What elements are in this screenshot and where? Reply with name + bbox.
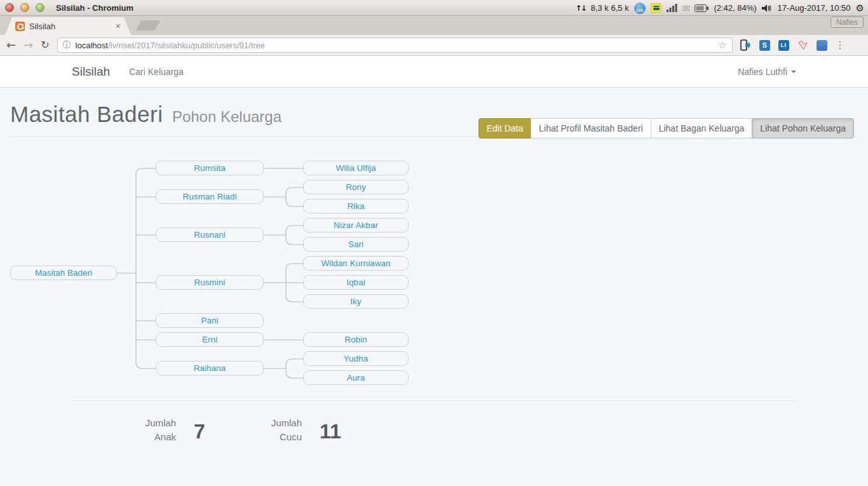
- os-titlebar: Silsilah - Chromium ↑↓ 8,3 k 6,5 k 289 ✉…: [0, 0, 868, 16]
- lihat-pohon-button[interactable]: Lihat Pohon Keluarga: [752, 118, 854, 138]
- window-maximize-button[interactable]: [36, 3, 44, 12]
- tree-node[interactable]: Rony: [303, 180, 409, 194]
- extension-icons: S LI ⋮: [740, 39, 845, 51]
- window-close-button[interactable]: [5, 3, 14, 12]
- forward-button[interactable]: →: [24, 39, 33, 51]
- url-host: localhost: [76, 41, 108, 50]
- edit-data-button[interactable]: Edit Data: [478, 118, 532, 138]
- chevron-down-icon: [791, 71, 796, 73]
- navbar-link-cari-keluarga[interactable]: Cari Keluarga: [129, 67, 184, 77]
- battery-icon[interactable]: [695, 4, 709, 12]
- browser-tab[interactable]: Silsilah ×: [5, 17, 131, 35]
- tree-node[interactable]: Raihana: [156, 361, 264, 375]
- action-button-group: Edit Data Lihat Profil Masitah Baderi Li…: [478, 118, 854, 138]
- clock-text[interactable]: 17-Aug-2017, 10:50: [778, 3, 851, 13]
- system-tray: ↑↓ 8,3 k 6,5 k 289 ✉ (2:42, 84%) 17-Aug-: [576, 0, 864, 16]
- browser-menu-icon[interactable]: ⋮: [836, 39, 845, 51]
- jumlah-anak-label: JumlahAnak: [72, 416, 176, 444]
- volume-icon[interactable]: [762, 4, 773, 13]
- tree-node[interactable]: Nizar Akbar: [303, 218, 409, 233]
- network-rate-text: 8,3 k 6,5 k: [591, 3, 629, 13]
- url-text[interactable]: localhost/lv/riset/2017/silsilahku/publi…: [76, 41, 714, 50]
- stats-row: JumlahAnak 7 JumlahCucu 11: [72, 416, 796, 461]
- blue-extension-icon[interactable]: [817, 40, 827, 51]
- network-traffic-icon[interactable]: ↑↓: [576, 4, 586, 13]
- tree-node[interactable]: Rusmini: [156, 275, 264, 290]
- tree-node[interactable]: Rusnani: [156, 227, 264, 242]
- lihat-bagan-button[interactable]: Lihat Bagan Keluarga: [651, 118, 753, 138]
- navbar-brand[interactable]: Silsilah: [72, 65, 110, 79]
- lihat-profil-button[interactable]: Lihat Profil Masitah Baderi: [531, 118, 651, 138]
- tree-node[interactable]: Pani: [156, 313, 264, 328]
- tree-node[interactable]: Aura: [303, 370, 409, 385]
- tree-node[interactable]: Sari: [303, 237, 409, 252]
- page-info-icon[interactable]: ⓘ: [63, 39, 71, 51]
- reload-button[interactable]: ↻: [41, 40, 49, 50]
- signal-strength-icon[interactable]: [667, 4, 677, 12]
- tree-node[interactable]: Wilia Ulfija: [303, 161, 409, 175]
- vysor-phone-extension-icon[interactable]: [740, 39, 751, 51]
- window-minimize-button[interactable]: [20, 3, 29, 12]
- family-tree: Masitah BaderiRumsitaWilia UlfijaRusman …: [0, 158, 868, 394]
- keyboard-indicator-chip: Nafies: [831, 17, 864, 28]
- tree-node[interactable]: Yudha: [303, 351, 409, 366]
- page-title: Masitah Baderi: [10, 102, 163, 126]
- s-extension-icon[interactable]: S: [759, 40, 770, 51]
- window-controls: [5, 3, 44, 12]
- tab-title: Silsilah: [29, 22, 111, 31]
- page-content: Masitah Baderi Pohon Keluarga Edit Data …: [0, 102, 868, 486]
- app-navbar: Silsilah Cari Keluarga Nafies Luthfi: [0, 56, 868, 88]
- url-path: /lv/riset/2017/silsilahku/public/users/9…: [108, 41, 265, 50]
- bookmark-star-icon[interactable]: ☆: [718, 39, 726, 51]
- tree-node[interactable]: Masitah Baderi: [10, 266, 117, 280]
- tree-node[interactable]: Iky: [303, 294, 409, 309]
- settings-gear-icon[interactable]: ⚙: [856, 3, 864, 14]
- browser-toolbar: ← → ↻ ⓘ localhost/lv/riset/2017/silsilah…: [0, 35, 868, 56]
- jumlah-cucu-label: JumlahCucu: [198, 416, 302, 444]
- back-button[interactable]: ←: [6, 39, 16, 51]
- tab-close-icon[interactable]: ×: [116, 22, 121, 30]
- li-extension-icon[interactable]: LI: [778, 40, 789, 51]
- new-tab-button[interactable]: [136, 20, 161, 30]
- divider: [72, 400, 796, 401]
- tree-node[interactable]: Robin: [303, 332, 409, 347]
- user-name: Nafies Luthfi: [738, 67, 787, 77]
- jumlah-cucu-value: 11: [320, 420, 341, 443]
- window-title: Silsilah - Chromium: [56, 3, 133, 13]
- notes-indicator-icon[interactable]: [651, 3, 661, 13]
- browser-tabstrip: Silsilah ×: [0, 16, 868, 35]
- mail-icon[interactable]: ✉: [682, 3, 690, 13]
- page-subtitle: Pohon Keluarga: [172, 108, 281, 125]
- screen: Silsilah - Chromium ↑↓ 8,3 k 6,5 k 289 ✉…: [0, 0, 868, 486]
- tree-node[interactable]: Iqbal: [303, 275, 409, 290]
- user-dropdown[interactable]: Nafies Luthfi: [738, 67, 796, 77]
- battery-status-text[interactable]: (2:42, 84%): [714, 3, 756, 13]
- tree-node[interactable]: Erni: [156, 332, 264, 347]
- laravel-extension-icon[interactable]: [797, 40, 808, 50]
- xampp-favicon-icon: [15, 22, 25, 31]
- tree-node[interactable]: Rusman Riadi: [156, 189, 264, 204]
- tree-node[interactable]: Rika: [303, 199, 409, 213]
- app-indicator-badge[interactable]: 289: [634, 3, 646, 14]
- tree-node[interactable]: Rumsita: [156, 161, 264, 175]
- tree-node[interactable]: Wildan Kurniawan: [303, 256, 409, 271]
- address-bar[interactable]: ⓘ localhost/lv/riset/2017/silsilahku/pub…: [57, 37, 733, 53]
